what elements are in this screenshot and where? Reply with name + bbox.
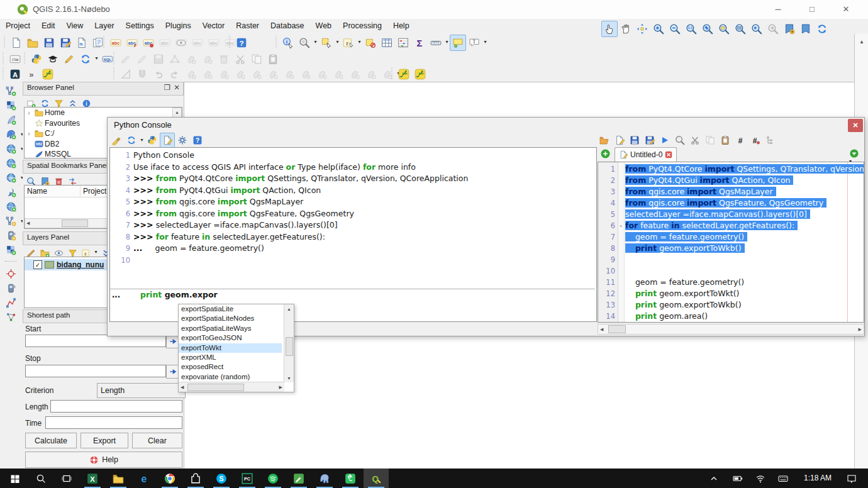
taskbar-pycharm-icon[interactable]: PC bbox=[235, 469, 260, 488]
autocomplete-item-exposedRect[interactable]: exposedRect bbox=[179, 362, 282, 372]
scrollbar-thumb[interactable] bbox=[608, 325, 626, 333]
select-features-dropdown-arrow[interactable]: ▾ bbox=[335, 35, 340, 50]
scrollbar-thumb[interactable] bbox=[62, 219, 88, 227]
minimize-button[interactable]: ─ bbox=[764, 0, 793, 19]
deselect-all-icon[interactable] bbox=[362, 35, 379, 51]
save-script-as-icon[interactable] bbox=[642, 133, 657, 148]
taskbar-skype-icon[interactable]: S bbox=[209, 469, 234, 488]
split-parts-icon[interactable] bbox=[347, 66, 363, 82]
add-wcs-layer-icon[interactable] bbox=[2, 199, 19, 214]
coordinate-capture-icon[interactable] bbox=[2, 266, 19, 282]
merge-features-icon[interactable] bbox=[363, 66, 379, 82]
close-console-button[interactable]: ✕ bbox=[848, 119, 863, 132]
add-wfs-layer-icon[interactable] bbox=[2, 213, 19, 229]
add-feature-icon[interactable] bbox=[183, 51, 199, 67]
csw-metasearch-icon[interactable]: CSW bbox=[7, 51, 23, 67]
label-highlight-icon[interactable]: abc bbox=[157, 35, 173, 51]
sync-plugin-icon[interactable] bbox=[77, 51, 94, 67]
uncomment-code-icon[interactable]: # bbox=[748, 133, 763, 148]
identify-features-icon[interactable]: i bbox=[280, 35, 296, 51]
tray-wifi-icon[interactable] bbox=[750, 469, 771, 488]
menu-processing[interactable]: Processing bbox=[337, 19, 387, 34]
topology-checker-icon[interactable] bbox=[2, 309, 19, 325]
add-part-icon[interactable] bbox=[232, 66, 248, 82]
autocomplete-item-exportXML[interactable]: exportXML bbox=[179, 353, 282, 362]
stop-input[interactable] bbox=[25, 365, 166, 377]
attribute-table-icon[interactable] bbox=[379, 35, 395, 51]
menu-database[interactable]: Database bbox=[265, 19, 310, 34]
feature-action-icon[interactable] bbox=[296, 35, 313, 51]
toolbar-grip[interactable] bbox=[391, 67, 394, 80]
move-feature-icon[interactable] bbox=[199, 51, 216, 67]
taskbar-edge-icon[interactable]: e bbox=[131, 469, 157, 488]
taskbar-postgresql-icon[interactable] bbox=[312, 469, 337, 488]
close-panel-icon[interactable]: ✕ bbox=[172, 84, 181, 92]
float-panel-icon[interactable]: ❐ bbox=[163, 84, 172, 92]
comment-code-icon[interactable]: # bbox=[733, 133, 748, 148]
menu-raster[interactable]: Raster bbox=[230, 19, 265, 34]
run-script-icon[interactable] bbox=[657, 133, 672, 148]
calculate-button[interactable]: Calculate bbox=[25, 433, 77, 448]
toolbar-grip[interactable] bbox=[103, 36, 106, 48]
label-abc-icon[interactable]: abc bbox=[108, 35, 124, 51]
help-button[interactable]: Help bbox=[25, 452, 182, 468]
console-prompt-line[interactable]: ...print geom.expor bbox=[110, 289, 595, 301]
refresh-map-icon[interactable] bbox=[814, 21, 830, 37]
reshape-features-icon[interactable] bbox=[314, 66, 330, 82]
export-button[interactable]: Export bbox=[81, 433, 128, 448]
layer-checkbox[interactable]: ✓ bbox=[33, 260, 42, 269]
save-script-icon[interactable] bbox=[627, 133, 642, 148]
import-class-icon[interactable] bbox=[124, 133, 139, 148]
taskbar-excel-icon[interactable]: X bbox=[80, 469, 105, 488]
menu-edit[interactable]: Edit bbox=[36, 19, 61, 34]
scroll-up-arrow[interactable]: ▲ bbox=[859, 39, 865, 45]
measure-icon[interactable] bbox=[428, 35, 444, 51]
run-command-icon[interactable] bbox=[145, 133, 160, 148]
save-project-icon[interactable] bbox=[41, 35, 57, 51]
python-plugin-icon[interactable] bbox=[28, 51, 45, 67]
scroll-left-arrow[interactable]: ◀ bbox=[600, 327, 603, 332]
menu-help[interactable]: Help bbox=[387, 19, 415, 34]
new-project-icon[interactable] bbox=[8, 35, 25, 51]
toolbar-grip[interactable] bbox=[23, 52, 26, 65]
show-bookmarks-icon[interactable] bbox=[798, 21, 814, 37]
zoom-last-icon[interactable] bbox=[748, 21, 765, 37]
field-calculator-icon[interactable] bbox=[395, 35, 411, 51]
save-project-as-icon[interactable] bbox=[57, 35, 74, 51]
fern-plugin-icon[interactable] bbox=[396, 66, 412, 82]
scroll-right-arrow[interactable]: ▶ bbox=[279, 385, 282, 390]
add-vector-layer-icon[interactable] bbox=[2, 83, 19, 99]
autocomplete-item-exportToWkt[interactable]: exportToWkt bbox=[179, 343, 282, 353]
menu-project[interactable]: Project bbox=[0, 19, 36, 34]
toolbar-overflow-icon[interactable]: » bbox=[23, 66, 40, 82]
editor-hscrollbar[interactable]: ◀ ▶ bbox=[598, 324, 864, 335]
add-wms-layer-icon[interactable] bbox=[2, 184, 19, 200]
undo-icon[interactable] bbox=[150, 66, 167, 82]
delete-ring-icon[interactable] bbox=[265, 66, 281, 82]
map-tips-icon[interactable] bbox=[450, 35, 466, 51]
paste-features-icon[interactable] bbox=[265, 51, 281, 67]
taskbar-file-explorer-icon[interactable] bbox=[106, 469, 131, 488]
copy-features-icon[interactable] bbox=[248, 51, 265, 67]
copy-text-icon[interactable] bbox=[703, 133, 718, 148]
label-move-icon[interactable]: abc bbox=[189, 35, 206, 51]
toolbar-grip[interactable] bbox=[275, 36, 278, 48]
scroll-left-arrow[interactable]: ◀ bbox=[26, 221, 30, 226]
autocomplete-item-exportSpatiaLiteNodes[interactable]: exportSpatiaLiteNodes bbox=[179, 314, 282, 323]
scrollbar-thumb[interactable] bbox=[286, 337, 293, 356]
expand-arrow-icon[interactable]: › bbox=[25, 130, 33, 137]
fern-plugin-icon[interactable] bbox=[40, 66, 56, 82]
add-oracle-layer-icon[interactable] bbox=[2, 170, 19, 186]
zoom-native-icon[interactable]: 1:1 bbox=[683, 21, 699, 37]
open-in-external-editor-icon[interactable] bbox=[612, 133, 627, 148]
toolbar-grip[interactable] bbox=[3, 36, 6, 48]
new-tab-icon[interactable] bbox=[600, 148, 611, 159]
object-inspector-icon[interactable] bbox=[763, 133, 778, 148]
console-output-pane[interactable]: 1Python Console2Use iface to access QGIS… bbox=[109, 147, 597, 322]
fill-ring-icon[interactable] bbox=[248, 66, 265, 82]
open-project-icon[interactable] bbox=[25, 35, 41, 51]
cut-text-icon[interactable] bbox=[687, 133, 703, 148]
autocomplete-item-exportToGeoJSON[interactable]: exportToGeoJSON bbox=[179, 333, 282, 343]
taskbar-chrome-icon[interactable] bbox=[157, 469, 182, 488]
scroll-right-arrow[interactable]: ▶ bbox=[859, 327, 862, 332]
